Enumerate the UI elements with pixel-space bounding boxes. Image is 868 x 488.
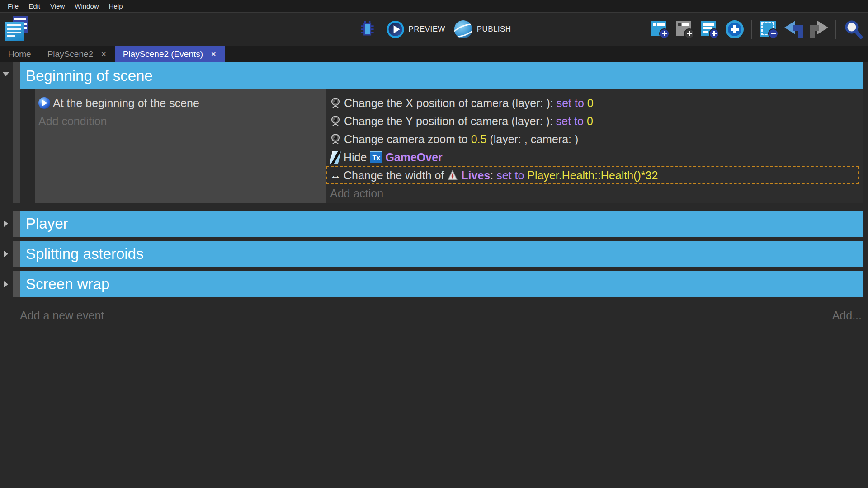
event-drag-handle[interactable]: [13, 241, 20, 267]
publish-label: PUBLISH: [477, 25, 511, 34]
publish-globe-icon: [454, 20, 472, 38]
event-group-player: Player: [0, 211, 868, 237]
gdevelop-logo-icon: [5, 16, 29, 42]
event-gutter: [0, 271, 13, 297]
action-text: Hide: [344, 151, 370, 164]
tab-bar: Home PlayScene2 ✕ PlayScene2 (Events) ✕: [0, 46, 868, 62]
camera-icon: [330, 97, 341, 109]
action-text: (layer: , camera: ): [486, 133, 578, 146]
add-event-row: Add a new event Add...: [20, 309, 862, 322]
tab-playscene2-events[interactable]: PlayScene2 (Events) ✕: [115, 46, 225, 62]
action-text: Change the width of: [344, 169, 447, 182]
menu-item-file[interactable]: File: [3, 2, 24, 10]
menu-item-window[interactable]: Window: [70, 2, 104, 10]
redo-icon: [808, 20, 829, 39]
event-drag-handle[interactable]: [13, 211, 20, 237]
group-title: Beginning of scene: [26, 67, 153, 84]
add-more-button[interactable]: Add...: [832, 309, 862, 322]
action-row-change-width-selected[interactable]: ↔ Change the width of Lives: set to Play…: [326, 166, 859, 184]
group-title: Screen wrap: [26, 276, 109, 293]
action-row-camera-x[interactable]: Change the X position of camera (layer: …: [326, 94, 863, 112]
preview-label: PREVIEW: [409, 25, 445, 34]
tab-home[interactable]: Home: [0, 46, 39, 62]
action-text: Change the X position of camera (layer: …: [344, 97, 557, 110]
scene-begin-icon: [38, 97, 50, 109]
group-title: Player: [26, 215, 68, 232]
action-operator: set to: [496, 169, 527, 182]
width-arrows-icon: ↔: [330, 170, 341, 181]
action-value: 0.5: [471, 133, 487, 146]
add-other-event-button[interactable]: [724, 19, 745, 40]
events-sheet: Beginning of scene At the beginning of t…: [0, 62, 868, 322]
conditions-panel: At the beginning of the scene Add condit…: [35, 89, 326, 203]
tab-playscene2[interactable]: PlayScene2 ✕: [39, 46, 115, 62]
close-icon[interactable]: ✕: [211, 50, 217, 58]
action-operator: set to: [557, 97, 584, 110]
event-gutter: [0, 62, 13, 203]
event-drag-handle[interactable]: [13, 62, 20, 203]
toolbar: PREVIEW PUBLISH: [0, 12, 868, 46]
group-header-player[interactable]: Player: [20, 211, 863, 237]
remove-selection-button[interactable]: [759, 19, 779, 40]
action-value: Player.Health::Health()*32: [527, 169, 658, 182]
gdevelop-window: File Edit View Window Help: [0, 0, 868, 322]
event-group-splitting-asteroids: Splitting asteroids: [0, 241, 868, 267]
condition-text: At the beginning of the scene: [53, 97, 199, 110]
event-gutter: [0, 241, 13, 267]
redo-button[interactable]: [808, 19, 829, 40]
collapse-caret-icon[interactable]: [3, 72, 9, 76]
lives-object-icon: [447, 170, 458, 181]
close-icon[interactable]: ✕: [101, 50, 107, 58]
undo-icon: [783, 20, 804, 39]
event-group-screen-wrap: Screen wrap: [0, 271, 868, 297]
camera-icon: [330, 133, 341, 145]
action-object: GameOver: [385, 151, 442, 164]
group-header-beginning-of-scene[interactable]: Beginning of scene: [20, 62, 863, 89]
actions-panel: Change the X position of camera (layer: …: [326, 89, 863, 203]
add-event-button[interactable]: [650, 19, 670, 40]
search-button[interactable]: [843, 19, 863, 40]
add-action-button[interactable]: Add action: [326, 184, 863, 202]
add-new-event-button[interactable]: Add a new event: [20, 309, 104, 322]
tab-label: PlayScene2: [47, 49, 93, 59]
menu-item-view[interactable]: View: [45, 2, 70, 10]
toolbar-separator: [835, 20, 836, 39]
menu-item-help[interactable]: Help: [104, 2, 128, 10]
expand-caret-icon[interactable]: [4, 251, 8, 257]
camera-icon: [330, 115, 341, 127]
event-gutter: [0, 211, 13, 237]
menu-item-edit[interactable]: Edit: [24, 2, 45, 10]
condition-row-scene-begin[interactable]: At the beginning of the scene: [35, 94, 326, 112]
preview-play-icon: [387, 21, 404, 38]
group-title: Splitting asteroids: [26, 245, 143, 263]
group-header-splitting-asteroids[interactable]: Splitting asteroids: [20, 241, 863, 267]
action-value: 0: [584, 97, 594, 110]
preview-button[interactable]: PREVIEW: [387, 21, 445, 38]
toolbar-separator: [751, 20, 752, 39]
action-row-camera-y[interactable]: Change the Y position of camera (layer: …: [326, 112, 863, 130]
hide-visibility-icon: [330, 151, 341, 164]
text-object-icon: Tx: [370, 151, 382, 163]
expand-caret-icon[interactable]: [4, 281, 8, 287]
bug-icon: [358, 19, 377, 39]
expand-caret-icon[interactable]: [4, 221, 8, 227]
action-operator: set to: [556, 115, 584, 128]
group-header-screen-wrap[interactable]: Screen wrap: [20, 271, 863, 297]
action-text: Change the Y position of camera (layer: …: [344, 115, 556, 128]
event-drag-handle[interactable]: [13, 271, 20, 297]
action-object: Lives: [461, 169, 490, 182]
action-text: :: [490, 169, 496, 182]
debug-button[interactable]: [357, 19, 378, 40]
menu-bar: File Edit View Window Help: [0, 0, 868, 12]
search-icon: [843, 19, 863, 39]
action-row-camera-zoom[interactable]: Change camera zoom to 0.5 (layer: , came…: [326, 130, 863, 148]
undo-button[interactable]: [783, 19, 804, 40]
add-sub-event-button[interactable]: [675, 19, 695, 40]
add-circle-icon: [726, 20, 744, 38]
add-condition-button[interactable]: Add condition: [35, 112, 326, 130]
action-row-hide-gameover[interactable]: Hide Tx GameOver: [326, 148, 863, 166]
add-comment-button[interactable]: [699, 19, 720, 40]
action-value: 0: [584, 115, 593, 128]
publish-button[interactable]: PUBLISH: [454, 20, 511, 38]
action-text: Change camera zoom to: [344, 133, 471, 146]
